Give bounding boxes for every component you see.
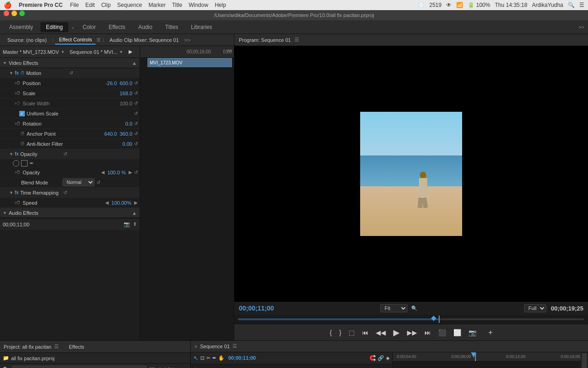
scale-value[interactable]: 168.0 <box>119 91 132 96</box>
ec-camera-icon[interactable]: 📷 <box>124 221 130 227</box>
timeremap-collapse[interactable]: ▼ <box>9 190 15 195</box>
rect-mask-tool[interactable] <box>21 160 28 167</box>
opacity-reset[interactable]: ↺ <box>134 170 138 175</box>
rotation-stopwatch[interactable]: ⏱ <box>16 121 23 126</box>
fit-dropdown[interactable]: Fit 100% 75% 50% 25% <box>380 304 407 312</box>
vertical-scrollbar[interactable] <box>581 352 588 368</box>
tab-effect-controls[interactable]: Effect Controls <box>55 35 96 45</box>
timecode-current[interactable]: 00;00;11;00 <box>239 305 274 312</box>
blend-mode-select[interactable]: Normal <box>62 178 95 186</box>
motion-stopwatch[interactable]: ⏱ <box>20 70 25 75</box>
list-icon[interactable]: ☰ <box>579 2 584 8</box>
motion-reset[interactable]: ↺ <box>69 70 73 75</box>
position-stopwatch[interactable]: ⏱ <box>16 80 23 86</box>
effect-controls-menu-icon[interactable]: ☰ <box>96 37 101 42</box>
project-menu-icon[interactable]: ☰ <box>54 344 59 350</box>
position-y-value[interactable]: 600.0 <box>119 80 132 86</box>
search-menubar-icon[interactable]: 🔍 <box>568 2 575 8</box>
ec-clip-bar[interactable]: MVI_1723.MOV <box>147 58 232 67</box>
antiflicker-label[interactable]: Anti-flicker Filter <box>27 141 68 147</box>
seq-close-btn[interactable]: × <box>194 344 197 349</box>
scale-label[interactable]: Scale <box>23 91 64 96</box>
anchor-reset[interactable]: ↺ <box>134 131 138 136</box>
markers-btn[interactable]: ◈ <box>386 355 390 361</box>
speed-prev[interactable]: ◀ <box>105 200 109 205</box>
speed-label[interactable]: Speed <box>23 200 64 206</box>
antiflicker-value[interactable]: 0.00 <box>123 141 132 147</box>
timeremap-label[interactable]: Time Remapping <box>20 190 62 196</box>
video-effects-collapse[interactable]: ▼ <box>3 61 7 65</box>
apple-menu[interactable]: 🍎 <box>4 1 11 9</box>
ripple-tool[interactable]: ⊡ <box>200 355 204 361</box>
mark-out-btn[interactable]: } <box>339 329 341 336</box>
tab-titles[interactable]: Titles <box>160 22 184 32</box>
sequence-dropdown-icon[interactable]: ▼ <box>119 50 123 54</box>
menu-title[interactable]: Title <box>172 2 182 8</box>
tab-more[interactable]: >> <box>578 24 584 30</box>
tab-source[interactable]: Source: (no clips) <box>4 36 51 44</box>
speed-stopwatch[interactable]: ⏱ <box>16 200 23 205</box>
scale-width-reset[interactable]: ↺ <box>134 101 138 106</box>
tab-audio[interactable]: Audio <box>133 22 158 32</box>
pen-seq-tool[interactable]: ✒ <box>212 355 216 361</box>
motion-collapse[interactable]: ▼ <box>9 71 15 75</box>
linked-btn[interactable]: 🔗 <box>378 355 384 361</box>
menu-help[interactable]: Help <box>215 2 226 8</box>
opacity-label[interactable]: Opacity <box>23 170 64 175</box>
lift-btn[interactable]: ⬛ <box>438 329 446 336</box>
motion-label[interactable]: Motion <box>26 70 68 76</box>
position-label[interactable]: Position <box>23 80 64 86</box>
vscroll-thumb[interactable] <box>582 353 587 368</box>
ec-nav-right[interactable]: >> <box>226 48 232 53</box>
speed-next[interactable]: ▶ <box>134 200 138 205</box>
audio-effects-header[interactable]: ▼ Audio Effects ▲ <box>0 208 140 218</box>
pen-tool[interactable]: ✒ <box>29 160 34 167</box>
menu-sequence[interactable]: Sequence <box>117 2 142 8</box>
close-dot[interactable] <box>4 11 9 16</box>
anchor-label[interactable]: Anchor Point <box>27 131 68 137</box>
minimize-dot[interactable] <box>11 11 17 16</box>
razor-tool[interactable]: ✂ <box>206 355 210 361</box>
video-effects-header[interactable]: ▼ Video Effects ▲ <box>0 58 140 68</box>
scale-stopwatch[interactable]: ⏱ <box>16 91 23 96</box>
opacity-next-arrow[interactable]: ▶ <box>129 170 132 175</box>
ec-export-icon[interactable]: ⬆ <box>133 221 137 227</box>
opacity-stopwatch[interactable]: ⏱ <box>16 170 23 175</box>
anchor-y-value[interactable]: 360.0 <box>119 131 132 137</box>
audio-effects-expand[interactable]: ▼ <box>3 211 7 215</box>
step-back-btn[interactable]: ◀◀ <box>376 329 386 336</box>
play-btn[interactable]: ▶ <box>393 328 400 338</box>
uniform-scale-checkbox[interactable]: ✓ <box>19 111 25 116</box>
sequence-menu-icon[interactable]: ☰ <box>232 343 237 349</box>
ellipse-mask-tool[interactable] <box>13 160 19 167</box>
go-to-in-btn[interactable]: ⏮ <box>362 329 368 336</box>
select-tool[interactable]: ↖ <box>193 355 198 362</box>
opacity-collapse[interactable]: ▼ <box>9 152 15 156</box>
panel-expand-btn[interactable]: >> <box>184 37 190 43</box>
timeremap-reset[interactable]: ↺ <box>63 190 67 195</box>
menu-marker[interactable]: Marker <box>148 2 165 8</box>
tab-effects-panel[interactable]: Effects <box>69 344 84 350</box>
extract-btn[interactable]: ⬜ <box>453 329 461 336</box>
tab-libraries[interactable]: Libraries <box>186 22 218 32</box>
anchor-x-value[interactable]: 640.0 <box>104 131 117 137</box>
position-x-value[interactable]: -26.0 <box>105 80 117 86</box>
menu-window[interactable]: Window <box>189 2 209 8</box>
antiflicker-stopwatch[interactable]: ⏱ <box>20 141 27 146</box>
snap-btn[interactable]: 🧲 <box>369 355 376 361</box>
speed-value[interactable]: 100.00% <box>112 200 131 206</box>
go-to-out-btn[interactable]: ⏭ <box>424 329 431 336</box>
program-progress-bar[interactable] <box>234 315 588 324</box>
hand-tool[interactable]: ✋ <box>218 355 225 361</box>
magnify-icon[interactable]: 🔍 <box>411 305 418 311</box>
menu-file[interactable]: File <box>70 2 79 8</box>
anchor-stopwatch[interactable]: ⏱ <box>20 131 27 136</box>
full-dropdown[interactable]: Full 1/2 1/4 <box>524 304 546 312</box>
uniform-scale-reset[interactable]: ↺ <box>134 111 138 116</box>
tab-effects[interactable]: Effects <box>103 22 130 32</box>
video-effects-collapse-btn[interactable]: ▲ <box>132 60 137 66</box>
menu-clip[interactable]: Clip <box>101 2 111 8</box>
rotation-reset[interactable]: ↺ <box>134 121 138 126</box>
opacity-prev-arrow[interactable]: ◀ <box>101 170 105 175</box>
scale-reset[interactable]: ↺ <box>134 91 138 96</box>
